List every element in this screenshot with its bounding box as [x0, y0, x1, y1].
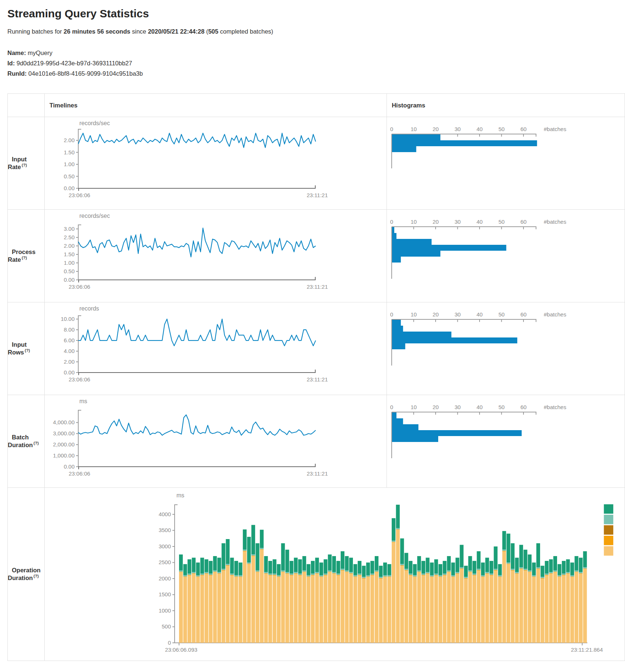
svg-text:1.50: 1.50: [64, 149, 75, 155]
timelines-header-cell: Timelines: [45, 94, 387, 117]
process-rate-histogram-cell: 0102030405060#batches: [387, 210, 625, 302]
query-runid-value: 04e101e6-8bf8-4165-9099-9104c951ba3b: [28, 70, 143, 77]
input-rows-help-icon[interactable]: (?): [25, 348, 30, 353]
svg-text:1,000.00: 1,000.00: [53, 452, 75, 459]
svg-text:0: 0: [390, 219, 393, 225]
input-rate-help-icon[interactable]: (?): [22, 163, 27, 167]
query-name-value: myQuery: [28, 49, 52, 56]
query-id-line: Id: 9d0dd219-995d-423e-b97d-36931110bb27: [7, 58, 625, 68]
svg-text:60: 60: [521, 311, 527, 318]
svg-text:23:11:21: 23:11:21: [307, 376, 328, 383]
svg-text:0.50: 0.50: [64, 173, 75, 179]
svg-text:2,000.00: 2,000.00: [53, 441, 75, 448]
svg-text:#batches: #batches: [544, 311, 566, 318]
svg-text:23:06:06: 23:06:06: [69, 470, 90, 477]
run-summary-mid: since: [130, 28, 148, 35]
batch-duration-label-cell: Batch Duration(?): [8, 395, 45, 488]
svg-text:0.00: 0.00: [64, 369, 75, 376]
svg-text:10: 10: [411, 219, 417, 225]
svg-text:2.00: 2.00: [64, 243, 75, 249]
input-rate-label-cell: Input Rate(?): [8, 117, 45, 210]
svg-text:0.00: 0.00: [64, 277, 75, 283]
svg-text:3,000.00: 3,000.00: [53, 430, 75, 436]
process-rate-timeline-cell: records/sec3.002.502.001.501.000.500.002…: [45, 210, 387, 302]
svg-text:8.00: 8.00: [64, 326, 75, 333]
svg-text:50: 50: [498, 311, 505, 318]
svg-text:40: 40: [477, 219, 483, 225]
svg-text:#batches: #batches: [544, 219, 566, 225]
svg-text:40: 40: [477, 404, 483, 410]
operation-duration-chart-cell: ms4000350030002500200015001000500023:06:…: [45, 488, 625, 661]
table-row-batch-duration: Batch Duration(?) ms4,000.003,000.002,00…: [8, 395, 625, 488]
svg-text:3500: 3500: [159, 527, 171, 533]
svg-text:60: 60: [521, 219, 527, 225]
statistics-table: Timelines Histograms Input Rate(?) recor…: [7, 93, 625, 661]
table-header-row: Timelines Histograms: [8, 94, 625, 117]
run-duration: 26 minutes 56 seconds: [63, 28, 130, 35]
svg-text:10: 10: [411, 126, 417, 132]
histograms-header: Histograms: [387, 102, 425, 109]
svg-text:0.00: 0.00: [64, 185, 75, 191]
input-rows-histogram-cell: 0102030405060#batches: [387, 302, 625, 395]
svg-text:23:11:21.864: 23:11:21.864: [571, 647, 603, 653]
svg-text:2500: 2500: [159, 559, 171, 565]
svg-text:6.00: 6.00: [64, 337, 75, 343]
operation-duration-help-icon[interactable]: (?): [34, 574, 39, 578]
batch-duration-timeline-cell: ms4,000.003,000.002,000.001,000.000.0023…: [45, 395, 387, 488]
run-summary-prefix: Running batches for: [7, 28, 63, 35]
svg-text:records: records: [79, 305, 99, 312]
svg-text:30: 30: [454, 404, 461, 410]
run-summary-open: (: [205, 28, 208, 35]
run-summary-close: completed batches): [218, 28, 273, 35]
svg-text:23:06:06: 23:06:06: [69, 284, 90, 290]
input-rows-label-cell: Input Rows(?): [8, 302, 45, 395]
svg-text:10: 10: [411, 311, 417, 318]
svg-text:0.00: 0.00: [64, 463, 75, 470]
operation-duration-label-cell: Operation Duration(?): [8, 488, 45, 661]
svg-text:records/sec: records/sec: [79, 120, 110, 126]
batch-duration-help-icon[interactable]: (?): [34, 441, 39, 445]
svg-text:23:06:06: 23:06:06: [69, 192, 90, 198]
process-rate-label-cell: Process Rate(?): [8, 210, 45, 302]
svg-text:30: 30: [454, 126, 461, 132]
svg-text:0: 0: [168, 640, 171, 646]
svg-text:23:06:06.093: 23:06:06.093: [165, 647, 198, 653]
svg-text:1.50: 1.50: [64, 251, 75, 257]
process-rate-help-icon[interactable]: (?): [22, 256, 27, 260]
svg-text:4,000.00: 4,000.00: [53, 419, 75, 425]
query-id-label: Id:: [7, 60, 15, 66]
svg-text:#batches: #batches: [544, 126, 566, 132]
batch-duration-label: Batch Duration: [8, 434, 33, 448]
svg-text:1.00: 1.00: [64, 161, 75, 167]
svg-text:23:11:21: 23:11:21: [307, 192, 328, 198]
svg-text:1.00: 1.00: [64, 260, 75, 266]
process-rate-timeline-chart: records/sec3.002.502.001.501.000.500.002…: [45, 210, 330, 302]
svg-text:50: 50: [498, 126, 505, 132]
query-name-label: Name:: [7, 49, 26, 56]
svg-text:23:06:06: 23:06:06: [69, 376, 90, 383]
run-summary: Running batches for 26 minutes 56 second…: [7, 28, 625, 35]
svg-text:#batches: #batches: [544, 404, 566, 410]
header-empty-cell: [8, 94, 45, 117]
svg-text:40: 40: [477, 126, 483, 132]
histograms-header-cell: Histograms: [387, 94, 625, 117]
svg-text:0: 0: [390, 404, 393, 410]
svg-text:4000: 4000: [159, 511, 171, 517]
query-name-line: Name: myQuery: [7, 48, 625, 58]
input-rows-histogram-chart: 0102030405060#batches: [387, 302, 585, 395]
svg-text:20: 20: [433, 311, 439, 318]
input-rows-timeline-cell: records10.008.006.004.002.000.0023:06:06…: [45, 302, 387, 395]
batch-duration-histogram-chart: 0102030405060#batches: [387, 395, 585, 487]
svg-text:60: 60: [521, 126, 527, 132]
streaming-query-statistics-page: Streaming Query Statistics Running batch…: [7, 7, 625, 661]
svg-text:10: 10: [411, 404, 417, 410]
svg-text:4.00: 4.00: [64, 348, 75, 354]
timelines-header: Timelines: [45, 102, 78, 109]
input-rows-label: Input Rows: [8, 341, 27, 355]
svg-text:1000: 1000: [159, 607, 171, 614]
query-id-value: 9d0dd219-995d-423e-b97d-36931110bb27: [17, 60, 132, 66]
run-start-timestamp: 2020/05/21 22:44:28: [148, 28, 205, 35]
svg-text:3.00: 3.00: [64, 226, 75, 232]
svg-text:1500: 1500: [159, 591, 171, 597]
input-rate-timeline-cell: records/sec2.001.501.000.500.0023:06:062…: [45, 117, 387, 210]
